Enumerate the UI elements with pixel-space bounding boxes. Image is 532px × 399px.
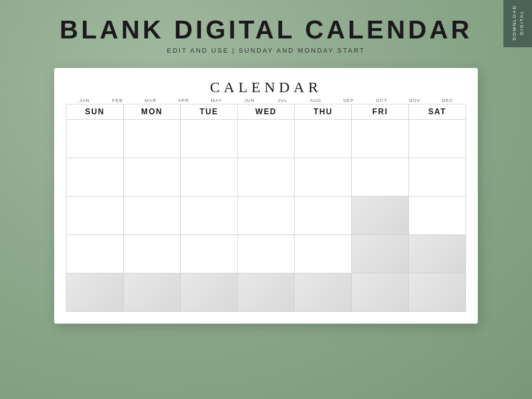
month-label: MAR: [134, 98, 167, 103]
calendar-cell: [181, 273, 238, 312]
calendar-cell: [124, 273, 181, 312]
calendar-cell: [181, 158, 238, 197]
calendar-cell: [181, 235, 238, 273]
months-row: JANFEBMARAPRMAYJUNJULAUGSEPOCTNOVDEC: [66, 98, 466, 103]
calendar-cell: [409, 120, 466, 158]
calendar-cell: [238, 197, 295, 235]
day-header: SUN: [66, 104, 124, 120]
calendar-grid: [66, 120, 466, 312]
calendar-cell: [295, 273, 352, 312]
calendar-cell: [238, 158, 295, 197]
calendar-cell: [409, 158, 466, 197]
day-header: MON: [124, 104, 181, 120]
month-label: JUL: [266, 98, 299, 103]
calendar-cell: [409, 273, 466, 312]
calendar-cell: [238, 273, 295, 312]
calendar-cell: [295, 197, 352, 235]
month-label: FEB: [101, 98, 134, 103]
calendar-cell: [66, 197, 124, 235]
page-header: BLANK DIGITAL CALENDAR EDIT AND USE | SU…: [0, 0, 532, 59]
calendar-cell: [124, 235, 181, 273]
day-header: THU: [295, 104, 352, 120]
calendar-cell: [409, 197, 466, 235]
month-label: SEP: [332, 98, 365, 103]
calendar-table: SUNMONTUEWEDTHUFRISAT: [66, 104, 466, 312]
calendar-cell: [295, 120, 352, 158]
day-header: FRI: [352, 104, 409, 120]
calendar-cell: [352, 120, 409, 158]
calendar-cell: [295, 158, 352, 197]
calendar-cell: [238, 235, 295, 273]
calendar-cell: [352, 158, 409, 197]
main-title: BLANK DIGITAL CALENDAR: [0, 16, 532, 44]
calendar-cell: [66, 273, 124, 312]
day-header: TUE: [181, 104, 238, 120]
calendar-cell: [124, 197, 181, 235]
calendar-cell: [238, 120, 295, 158]
month-label: OCT: [365, 98, 398, 103]
month-label: DEC: [431, 98, 464, 103]
calendar-cell: [352, 197, 409, 235]
calendar-cell: [352, 273, 409, 312]
day-header: WED: [238, 104, 295, 120]
month-label: AUG: [299, 98, 332, 103]
digital-download-badge: DIGITALDOWNLOAD: [503, 0, 532, 47]
calendar-cell: [66, 120, 124, 158]
calendar-cell: [181, 120, 238, 158]
month-label: MAY: [200, 98, 233, 103]
month-label: JUN: [233, 98, 266, 103]
day-header: SAT: [409, 104, 466, 120]
calendar-card: CALENDAR JANFEBMARAPRMAYJUNJULAUGSEPOCTN…: [54, 68, 478, 324]
calendar-cell: [295, 235, 352, 273]
month-label: NOV: [398, 98, 431, 103]
month-label: APR: [167, 98, 200, 103]
calendar-cell: [124, 158, 181, 197]
calendar-cell: [409, 235, 466, 273]
calendar-cell: [66, 158, 124, 197]
calendar-cell: [124, 120, 181, 158]
calendar-cell: [181, 197, 238, 235]
subtitle: EDIT AND USE | SUNDAY AND MONDAY START: [0, 47, 532, 54]
calendar-cell: [66, 235, 124, 273]
calendar-cell: [352, 235, 409, 273]
calendar-title: CALENDAR: [66, 79, 466, 96]
days-header: SUNMONTUEWEDTHUFRISAT: [66, 104, 466, 120]
month-label: JAN: [68, 98, 101, 103]
